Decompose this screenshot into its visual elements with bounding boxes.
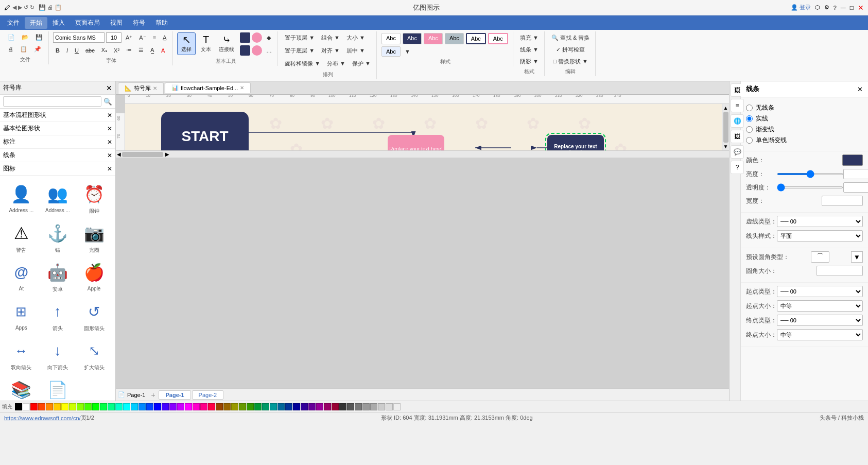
palette-color-swatch[interactable] (339, 403, 346, 410)
tool-select-btn[interactable]: ↖ 选择 (177, 32, 196, 55)
palette-color-swatch[interactable] (223, 403, 231, 410)
font-size-up[interactable]: A⁺ (123, 33, 135, 43)
font-strike[interactable]: abc (83, 46, 97, 55)
icon-at[interactable]: @ At (4, 258, 39, 295)
arrange-distribute[interactable]: 分布 ▼ (324, 58, 348, 69)
scrollbar-vertical[interactable]: ▲ ▼ (722, 104, 729, 150)
menu-view[interactable]: 视图 (105, 17, 128, 29)
palette-color-swatch[interactable] (123, 403, 130, 410)
tool-text-btn[interactable]: T 文本 (197, 32, 215, 55)
arrange-bottom[interactable]: 置于底层 ▼ (282, 45, 317, 56)
radio-gradient[interactable]: 渐变线 (746, 125, 863, 134)
page-tab-2[interactable]: Page-2 (192, 390, 223, 400)
corner-size-input[interactable]: 0.00 mm (817, 266, 863, 276)
icon-address2[interactable]: 👥 Address ... (41, 180, 75, 217)
shape-circle[interactable] (252, 32, 262, 43)
style-sample-2[interactable]: Abc (403, 33, 422, 44)
title-bar-nav[interactable]: ◀ ▶ ↺ ↻ (12, 4, 34, 11)
scroll-h-thumb[interactable] (122, 152, 163, 157)
palette-color-swatch[interactable] (370, 403, 377, 410)
canvas-tab-flowchart[interactable]: 📊 flowchart-Sample-Ed... ✕ (165, 82, 251, 93)
palette-color-swatch[interactable] (324, 403, 331, 410)
arrow-style-dropdown[interactable]: 平面 圆形 (777, 230, 863, 242)
scroll-thumb[interactable] (723, 112, 728, 143)
text-highlight[interactable]: A̲ (148, 45, 157, 55)
arrange-group[interactable]: 组合 ▼ (319, 32, 342, 43)
palette-color-swatch[interactable] (38, 403, 45, 410)
icon-arrow-up[interactable]: ↑ 箭头 (41, 297, 75, 334)
radio-solid[interactable]: 实线 (746, 114, 863, 123)
page-tab-1[interactable]: Page-1 (159, 390, 190, 400)
edit-spell[interactable]: ✓ 拼写检查 (549, 44, 593, 55)
ribbon-new-btn[interactable]: 📄 (5, 32, 18, 42)
icon-alarm[interactable]: ⏰ 闹钟 (77, 180, 111, 217)
start-type-dropdown[interactable]: ── 00 → 01 (777, 286, 863, 297)
pink-top-right[interactable]: Replace your text here! (547, 135, 604, 150)
panel-close-btn[interactable]: ✕ (106, 84, 112, 92)
font-color-picker[interactable]: A̲ (160, 33, 169, 43)
search-btn[interactable]: 🔍 (103, 98, 112, 106)
menu-start[interactable]: 开始 (25, 17, 47, 29)
menu-layout[interactable]: 页面布局 (70, 17, 105, 29)
start-size-dropdown[interactable]: 中等 小 大 (777, 300, 863, 312)
end-type-dropdown[interactable]: ── 00 → 01 (777, 315, 863, 326)
icon-file-restore[interactable]: 📄 文件恢复 (41, 375, 75, 401)
search-input[interactable] (3, 96, 101, 107)
palette-color-swatch[interactable] (193, 403, 200, 410)
add-page-btn[interactable]: + (148, 390, 158, 400)
status-url[interactable]: https://www.edrawsoft.com/cn/ (4, 415, 81, 421)
palette-color-swatch[interactable] (131, 403, 138, 410)
tool-connect-btn[interactable]: ⤷ 连接线 (216, 32, 237, 55)
share-btn[interactable]: ⬡ (815, 4, 820, 11)
palette-color-swatch[interactable] (100, 403, 107, 410)
palette-color-swatch[interactable] (262, 403, 269, 410)
category-annotation[interactable]: 标注 ✕ (0, 135, 115, 149)
drawing-canvas[interactable]: ✿ ✿ ✿ ✿ ✿ ✿ ✿ ✿ ✿ ✿ ✿ ✿ ✿ ✿ ✿ ✿ ✿ (125, 104, 722, 150)
palette-color-swatch[interactable] (23, 403, 30, 410)
palette-color-swatch[interactable] (177, 403, 184, 410)
palette-color-swatch[interactable] (362, 403, 370, 410)
font-sub[interactable]: X₁ (99, 45, 110, 55)
icon-anchor[interactable]: ⚓ 锚 (41, 219, 75, 256)
scrollbar-horizontal[interactable]: ◀ ▶ (116, 150, 729, 158)
format-line[interactable]: 线条 ▼ (517, 44, 541, 55)
scroll-right-btn[interactable]: ▶ (165, 151, 169, 157)
text-color[interactable]: A (159, 46, 167, 55)
palette-color-swatch[interactable] (46, 403, 53, 410)
minimize-btn[interactable]: ─ (841, 4, 846, 12)
icon-double-arrow[interactable]: ↔ 双向箭头 (4, 336, 39, 373)
style-sample-6[interactable]: Abc (488, 33, 508, 44)
palette-color-swatch[interactable] (277, 403, 285, 410)
brightness-slider[interactable] (777, 173, 843, 175)
font-italic[interactable]: I (64, 46, 71, 55)
icon-down-arrow[interactable]: ↓ 向下箭头 (41, 336, 75, 373)
panel-right-close[interactable]: ✕ (857, 85, 863, 93)
palette-color-swatch[interactable] (146, 403, 153, 410)
icon-apple[interactable]: 🍎 Apple (77, 258, 111, 295)
palette-color-swatch[interactable] (386, 403, 393, 410)
palette-color-swatch[interactable] (108, 403, 115, 410)
shape-diamond[interactable]: ◆ (264, 32, 274, 43)
palette-color-swatch[interactable] (216, 403, 223, 410)
close-btn[interactable]: ✕ (858, 4, 864, 12)
style-sample-1[interactable]: Abc (381, 33, 401, 44)
ribbon-copy-btn[interactable]: 📋 (18, 44, 30, 54)
palette-color-swatch[interactable] (92, 403, 99, 410)
palette-color-swatch[interactable] (15, 403, 22, 410)
palette-color-swatch[interactable] (332, 403, 339, 410)
scroll-down-btn[interactable]: ▼ (723, 144, 728, 149)
palette-color-swatch[interactable] (270, 403, 277, 410)
menu-help[interactable]: 帮助 (150, 17, 173, 29)
brightness-input[interactable]: 0 % (843, 169, 868, 179)
edit-find[interactable]: 🔍 查找 & 替换 (549, 32, 593, 43)
arrange-align[interactable]: 对齐 ▼ (319, 45, 342, 56)
palette-color-swatch[interactable] (239, 403, 246, 410)
icon-library[interactable]: 📚 符号库 (4, 375, 39, 401)
start-shape[interactable]: START (161, 112, 249, 150)
palette-color-swatch[interactable] (301, 403, 308, 410)
edit-replace-shape[interactable]: □ 替换形状 ▼ (549, 56, 593, 67)
palette-color-swatch[interactable] (84, 403, 92, 410)
palette-color-swatch[interactable] (308, 403, 316, 410)
ribbon-paste-btn[interactable]: 📌 (31, 44, 44, 54)
text-list[interactable]: ≔ (124, 45, 134, 55)
